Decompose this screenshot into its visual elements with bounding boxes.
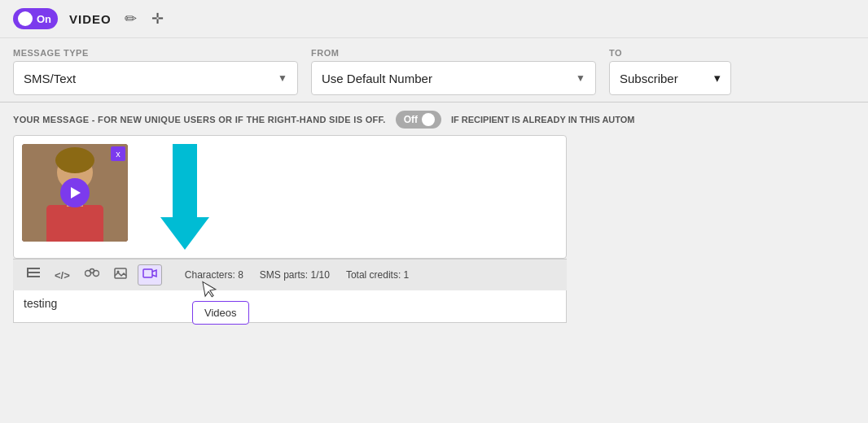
svg-rect-6 (27, 272, 40, 273)
from-value: Use Default Number (322, 72, 432, 85)
from-group: FROM Use Default Number ▼ (311, 48, 596, 95)
total-credits-stat: Total credits: 1 (346, 269, 409, 281)
video-label: VIDEO (69, 12, 112, 26)
svg-rect-14 (143, 269, 152, 277)
toolbar-video-icon[interactable] (138, 264, 162, 286)
to-chevron: ▾ (714, 71, 721, 85)
message-type-group: MESSAGE TYPE SMS/Text ▼ (13, 48, 298, 95)
arrow-shaft (173, 144, 197, 217)
from-label: FROM (311, 48, 596, 58)
play-button[interactable] (60, 178, 90, 207)
on-toggle[interactable]: On (13, 8, 58, 29)
arrow-head (160, 217, 209, 250)
sms-parts-stat: SMS parts: 1/10 (260, 269, 330, 281)
message-type-select[interactable]: SMS/Text ▼ (13, 61, 298, 95)
to-group: TO Subscriber ▾ (609, 48, 731, 95)
svg-rect-8 (27, 268, 28, 277)
to-select[interactable]: Subscriber ▾ (609, 61, 731, 95)
toolbar-image-icon[interactable] (110, 265, 131, 285)
message-type-value: SMS/Text (24, 72, 76, 85)
toggle-label: On (37, 13, 51, 25)
off-toggle-circle (422, 113, 435, 126)
edit-icon[interactable]: ✏ (123, 8, 138, 29)
svg-rect-5 (27, 268, 40, 269)
text-area[interactable]: testing (13, 290, 567, 323)
top-bar: On VIDEO ✏ ✛ (0, 0, 868, 38)
off-toggle[interactable]: Off (396, 111, 441, 129)
from-chevron: ▼ (576, 72, 585, 84)
to-value: Subscriber (620, 72, 678, 85)
text-content: testing (24, 297, 57, 310)
to-label: TO (609, 48, 731, 58)
toolbar-grid-icon[interactable] (23, 265, 44, 285)
close-x-button[interactable]: x (111, 146, 125, 161)
if-recipient-label: IF RECIPIENT IS ALREADY IN THIS AUTOM (451, 115, 635, 124)
message-type-chevron: ▼ (278, 72, 287, 84)
from-select[interactable]: Use Default Number ▼ (311, 61, 596, 95)
move-icon[interactable]: ✛ (150, 8, 165, 29)
videos-popup-label: Videos (204, 307, 237, 319)
video-thumbnail[interactable]: x (22, 144, 128, 242)
message-section: YOUR MESSAGE - FOR NEW UNIQUE USERS OR I… (0, 102, 868, 323)
off-toggle-label: Off (404, 114, 418, 125)
svg-rect-7 (27, 276, 40, 277)
svg-point-2 (55, 147, 94, 173)
toolbar-stats: Characters: 8 SMS parts: 1/10 Total cred… (185, 269, 409, 281)
message-header-label: YOUR MESSAGE - FOR NEW UNIQUE USERS OR I… (13, 115, 386, 124)
svg-point-11 (90, 269, 94, 273)
videos-popup[interactable]: Videos (192, 301, 249, 325)
svg-rect-3 (46, 205, 103, 242)
composer-toolbar: </> (13, 259, 567, 290)
toolbar-code-icon[interactable]: </> (50, 267, 74, 284)
message-header: YOUR MESSAGE - FOR NEW UNIQUE USERS OR I… (13, 111, 855, 129)
fields-row: MESSAGE TYPE SMS/Text ▼ FROM Use Default… (0, 38, 868, 102)
message-type-label: MESSAGE TYPE (13, 48, 298, 58)
composer-content: x (14, 136, 566, 258)
toggle-circle (18, 11, 33, 26)
toolbar-merge-icon[interactable] (81, 265, 103, 285)
composer: x (13, 135, 567, 259)
down-arrow (160, 144, 209, 250)
